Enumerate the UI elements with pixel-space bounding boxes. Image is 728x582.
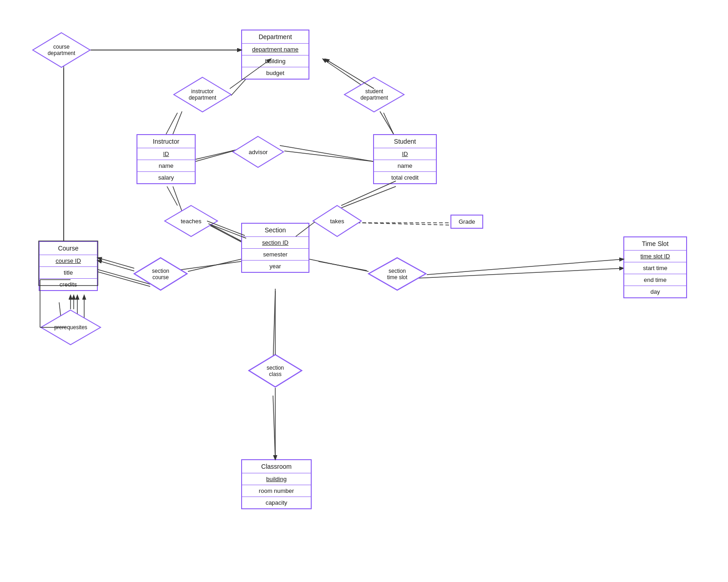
svg-line-20 [273,396,275,459]
svg-marker-25 [174,77,231,112]
svg-marker-33 [41,310,101,345]
section-course-diamond: sectioncourse [133,257,188,291]
course-entity: Course course ID title credits [39,241,98,291]
timeslot-title: Time Slot [624,237,686,251]
section-class-diamond: sectionclass [248,354,303,388]
svg-marker-27 [233,136,283,167]
svg-marker-26 [344,77,404,112]
svg-line-5 [380,111,394,134]
grade-box: Grade [450,215,483,229]
timeslot-attr-id: time slot ID [624,251,686,262]
svg-marker-24 [33,33,90,67]
classroom-attr-capacity: capacity [242,497,311,508]
instructor-attr-salary: salary [137,172,195,183]
student-entity: Student ID name total credit [373,134,437,184]
course-attr-title: title [40,267,97,279]
department-attr-budget: budget [242,67,308,79]
svg-line-41 [284,151,373,161]
timeslot-attr-endtime: end time [624,274,686,286]
instructor-department-diamond: instructordepartment [173,76,232,113]
department-attr-building: building [242,55,308,67]
classroom-attr-building: building [242,473,311,485]
section-attr-id: section ID [242,237,308,249]
teaches-diamond: teaches [164,205,218,237]
student-department-diamond: studentdepartment [344,76,405,113]
svg-marker-31 [369,258,426,290]
svg-line-49 [98,258,134,268]
section-entity: Section section ID semester year [241,223,309,273]
section-timeslot-diamond: sectiontime slot [368,257,427,291]
student-attr-name: name [374,160,436,172]
svg-line-19 [273,291,275,364]
svg-line-13 [357,223,450,225]
course-department-diamond: coursedepartment [32,32,91,68]
er-diagram: Department department name building budg… [0,0,728,582]
student-attr-totalcredit: total credit [374,172,436,183]
advisor-diamond: advisor [232,135,284,168]
classroom-entity: Classroom building room number capacity [241,459,312,509]
svg-line-18 [416,268,623,278]
course-attr-credits: credits [40,279,97,290]
timeslot-entity: Time Slot time slot ID start time end ti… [623,236,687,298]
svg-line-40 [196,151,233,161]
svg-marker-32 [249,355,302,387]
svg-line-45 [341,181,396,206]
svg-line-37 [166,113,177,134]
department-entity: Department department name building budg… [241,30,309,80]
section-attr-year: year [242,261,308,272]
section-title: Section [242,224,308,237]
svg-line-3 [173,111,182,134]
svg-line-48 [188,259,241,271]
student-attr-id: ID [374,148,436,160]
instructor-attr-id: ID [137,148,195,160]
timeslot-attr-starttime: start time [624,262,686,274]
takes-diamond: takes [312,205,362,237]
department-title: Department [242,30,308,44]
svg-line-42 [167,186,177,206]
prerequesites-diamond: prerequesites [40,309,101,346]
svg-line-7 [280,146,373,161]
timeslot-attr-day: day [624,286,686,297]
instructor-title: Instructor [137,135,195,148]
classroom-title: Classroom [242,460,311,473]
svg-marker-28 [165,206,217,236]
svg-line-39 [384,113,394,134]
department-attr-name: department name [242,44,308,55]
classroom-attr-roomnumber: room number [242,485,311,497]
instructor-entity: Instructor ID name salary [136,134,196,184]
svg-line-50 [98,261,134,271]
section-attr-semester: semester [242,249,308,261]
svg-marker-29 [313,206,361,236]
svg-marker-30 [134,258,187,290]
course-attr-id: course ID [40,255,97,267]
grade-label: Grade [459,218,475,225]
svg-line-17 [318,261,367,271]
student-title: Student [374,135,436,148]
svg-line-51 [309,259,369,271]
course-title: Course [40,242,97,255]
svg-line-52 [427,259,623,275]
instructor-attr-name: name [137,160,195,172]
